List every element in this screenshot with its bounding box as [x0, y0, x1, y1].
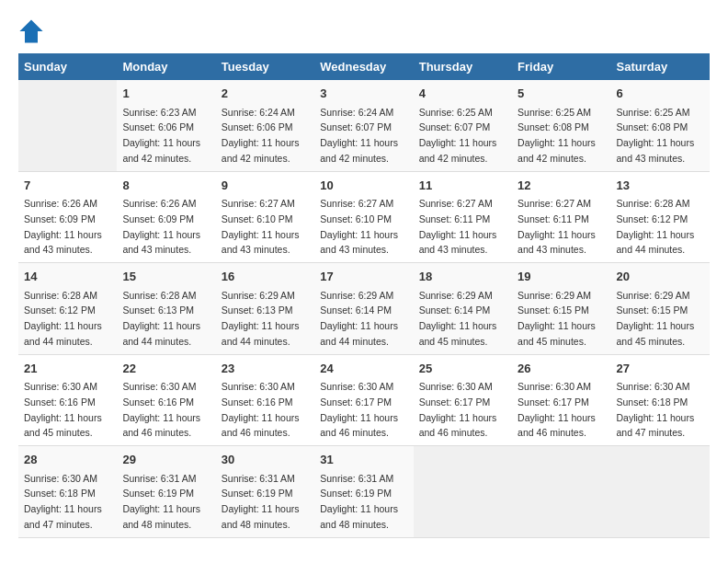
day-number: 4 [419, 85, 506, 103]
sunset-text: Sunset: 6:13 PM [122, 304, 194, 316]
page-header [18, 18, 710, 44]
day-number: 15 [122, 268, 210, 286]
sunset-text: Sunset: 6:19 PM [122, 488, 194, 499]
daylight-text: Daylight: 11 hours and 44 minutes. [122, 320, 200, 347]
day-number: 9 [222, 177, 309, 195]
col-header-wednesday: Wednesday [314, 53, 413, 80]
sunset-text: Sunset: 6:18 PM [617, 396, 688, 408]
day-number: 23 [222, 360, 309, 378]
daylight-text: Daylight: 11 hours and 48 minutes. [320, 503, 398, 530]
week-row-2: 7 Sunrise: 6:26 AM Sunset: 6:09 PM Dayli… [18, 171, 710, 263]
week-row-3: 14 Sunrise: 6:28 AM Sunset: 6:12 PM Dayl… [18, 263, 710, 355]
day-number: 16 [222, 268, 309, 286]
day-number: 31 [320, 451, 407, 469]
sunrise-text: Sunrise: 6:31 AM [122, 473, 196, 484]
day-number: 2 [222, 85, 309, 103]
day-cell: 27 Sunrise: 6:30 AM Sunset: 6:18 PM Dayl… [611, 354, 710, 446]
day-cell: 11 Sunrise: 6:27 AM Sunset: 6:11 PM Dayl… [414, 171, 512, 263]
day-cell: 21 Sunrise: 6:30 AM Sunset: 6:16 PM Dayl… [18, 354, 117, 446]
sunrise-text: Sunrise: 6:29 AM [518, 290, 591, 301]
sunrise-text: Sunrise: 6:30 AM [24, 473, 97, 484]
week-row-5: 28 Sunrise: 6:30 AM Sunset: 6:18 PM Dayl… [18, 446, 710, 538]
daylight-text: Daylight: 11 hours and 45 minutes. [24, 412, 102, 439]
daylight-text: Daylight: 11 hours and 44 minutes. [222, 320, 300, 347]
day-cell: 3 Sunrise: 6:24 AM Sunset: 6:07 PM Dayli… [314, 80, 413, 171]
sunrise-text: Sunrise: 6:29 AM [222, 290, 295, 301]
sunrise-text: Sunrise: 6:24 AM [320, 107, 393, 118]
sunset-text: Sunset: 6:16 PM [122, 396, 194, 408]
sunrise-text: Sunrise: 6:27 AM [222, 198, 295, 209]
sunset-text: Sunset: 6:11 PM [419, 213, 491, 224]
day-cell: 16 Sunrise: 6:29 AM Sunset: 6:13 PM Dayl… [216, 263, 314, 355]
day-cell: 26 Sunrise: 6:30 AM Sunset: 6:17 PM Dayl… [512, 354, 610, 446]
day-cell [611, 446, 710, 538]
sunrise-text: Sunrise: 6:31 AM [222, 473, 295, 484]
sunset-text: Sunset: 6:15 PM [617, 304, 688, 316]
day-number: 1 [122, 85, 210, 103]
sunrise-text: Sunrise: 6:27 AM [320, 198, 393, 209]
sunset-text: Sunset: 6:17 PM [518, 396, 589, 408]
daylight-text: Daylight: 11 hours and 48 minutes. [222, 503, 300, 530]
daylight-text: Daylight: 11 hours and 48 minutes. [122, 503, 200, 530]
sunset-text: Sunset: 6:16 PM [24, 396, 96, 408]
logo [18, 18, 48, 44]
day-cell: 31 Sunrise: 6:31 AM Sunset: 6:19 PM Dayl… [314, 446, 413, 538]
daylight-text: Daylight: 11 hours and 47 minutes. [24, 503, 102, 530]
daylight-text: Daylight: 11 hours and 46 minutes. [122, 412, 200, 439]
daylight-text: Daylight: 11 hours and 46 minutes. [518, 412, 596, 439]
day-number: 6 [617, 85, 704, 103]
day-number: 29 [122, 451, 210, 469]
sunset-text: Sunset: 6:15 PM [518, 304, 589, 316]
day-cell [18, 80, 117, 171]
day-cell: 24 Sunrise: 6:30 AM Sunset: 6:17 PM Dayl… [314, 354, 413, 446]
day-cell: 14 Sunrise: 6:28 AM Sunset: 6:12 PM Dayl… [18, 263, 117, 355]
day-number: 14 [24, 268, 111, 286]
sunset-text: Sunset: 6:10 PM [320, 213, 392, 224]
sunset-text: Sunset: 6:14 PM [320, 304, 392, 316]
sunset-text: Sunset: 6:14 PM [419, 304, 491, 316]
col-header-saturday: Saturday [611, 53, 710, 80]
daylight-text: Daylight: 11 hours and 45 minutes. [419, 320, 497, 347]
sunrise-text: Sunrise: 6:28 AM [122, 290, 196, 301]
logo-icon [18, 18, 44, 44]
daylight-text: Daylight: 11 hours and 43 minutes. [222, 229, 300, 256]
sunrise-text: Sunrise: 6:25 AM [617, 107, 690, 118]
sunset-text: Sunset: 6:17 PM [419, 396, 491, 408]
col-header-tuesday: Tuesday [216, 53, 314, 80]
day-cell: 13 Sunrise: 6:28 AM Sunset: 6:12 PM Dayl… [611, 171, 710, 263]
day-cell: 1 Sunrise: 6:23 AM Sunset: 6:06 PM Dayli… [117, 80, 215, 171]
day-number: 27 [617, 360, 704, 378]
day-cell: 2 Sunrise: 6:24 AM Sunset: 6:06 PM Dayli… [216, 80, 314, 171]
day-cell: 9 Sunrise: 6:27 AM Sunset: 6:10 PM Dayli… [216, 171, 314, 263]
day-cell: 29 Sunrise: 6:31 AM Sunset: 6:19 PM Dayl… [117, 446, 215, 538]
sunset-text: Sunset: 6:16 PM [222, 396, 293, 408]
day-cell: 22 Sunrise: 6:30 AM Sunset: 6:16 PM Dayl… [117, 354, 215, 446]
sunset-text: Sunset: 6:12 PM [617, 213, 688, 224]
day-number: 24 [320, 360, 407, 378]
sunrise-text: Sunrise: 6:28 AM [24, 290, 97, 301]
daylight-text: Daylight: 11 hours and 43 minutes. [617, 137, 695, 164]
daylight-text: Daylight: 11 hours and 45 minutes. [518, 320, 596, 347]
sunset-text: Sunset: 6:19 PM [320, 488, 392, 499]
col-header-sunday: Sunday [18, 53, 117, 80]
sunset-text: Sunset: 6:18 PM [24, 488, 96, 499]
sunrise-text: Sunrise: 6:29 AM [617, 290, 690, 301]
daylight-text: Daylight: 11 hours and 43 minutes. [24, 229, 102, 256]
sunrise-text: Sunrise: 6:25 AM [518, 107, 591, 118]
daylight-text: Daylight: 11 hours and 43 minutes. [320, 229, 398, 256]
daylight-text: Daylight: 11 hours and 46 minutes. [320, 412, 398, 439]
day-cell: 12 Sunrise: 6:27 AM Sunset: 6:11 PM Dayl… [512, 171, 610, 263]
sunset-text: Sunset: 6:09 PM [122, 213, 194, 224]
day-cell: 10 Sunrise: 6:27 AM Sunset: 6:10 PM Dayl… [314, 171, 413, 263]
sunrise-text: Sunrise: 6:30 AM [24, 381, 97, 392]
sunrise-text: Sunrise: 6:30 AM [419, 381, 493, 392]
sunset-text: Sunset: 6:06 PM [122, 121, 194, 132]
sunrise-text: Sunrise: 6:26 AM [24, 198, 97, 209]
day-number: 10 [320, 177, 407, 195]
daylight-text: Daylight: 11 hours and 45 minutes. [617, 320, 695, 347]
day-cell: 17 Sunrise: 6:29 AM Sunset: 6:14 PM Dayl… [314, 263, 413, 355]
day-number: 25 [419, 360, 506, 378]
daylight-text: Daylight: 11 hours and 42 minutes. [320, 137, 398, 164]
daylight-text: Daylight: 11 hours and 43 minutes. [419, 229, 497, 256]
sunrise-text: Sunrise: 6:31 AM [320, 473, 393, 484]
